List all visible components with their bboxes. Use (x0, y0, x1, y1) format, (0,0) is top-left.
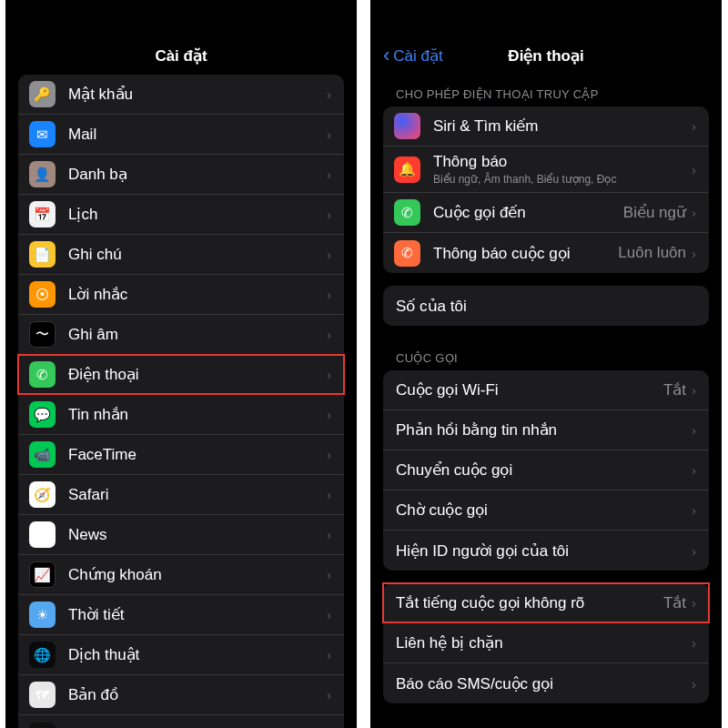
row-label: Cuộc gọi Wi-Fi (396, 380, 663, 399)
safari-icon: 🧭 (29, 481, 56, 508)
news-icon: 𝐍 (29, 521, 56, 548)
row-weather[interactable]: ☀︎Thời tiết› (18, 595, 344, 635)
right-screen: ‹ Cài đặt Điện thoại CHO PHÉP ĐIỆN THOẠI… (370, 0, 722, 728)
announce-calls-icon: ✆ (394, 240, 420, 267)
row-calendar[interactable]: 📅Lịch› (18, 195, 344, 235)
row-sublabel: Biểu ngữ, Âm thanh, Biểu tượng, Đọc (433, 173, 692, 186)
row-notifications[interactable]: 🔔Thông báoBiểu ngữ, Âm thanh, Biểu tượng… (383, 147, 709, 193)
row-safari[interactable]: 🧭Safari› (18, 475, 344, 515)
row-messages[interactable]: 💬Tin nhắn› (18, 395, 344, 435)
navbar-phone: ‹ Cài đặt Điện thoại (370, 36, 722, 75)
row-label: Danh bạ (68, 165, 327, 184)
row-label: Mail (68, 126, 327, 144)
incoming-calls-icon: ✆ (394, 199, 420, 226)
row-respond-text[interactable]: Phản hồi bằng tin nhắn› (383, 410, 709, 450)
row-translate[interactable]: 🌐Dịch thuật› (18, 635, 344, 675)
chevron-right-icon: › (327, 647, 331, 662)
chevron-right-icon: › (692, 205, 696, 220)
row-announce-calls[interactable]: ✆Thông báo cuộc gọiLuôn luôn› (383, 233, 709, 273)
mail-icon: ✉︎ (29, 121, 56, 147)
row-sms-reporting[interactable]: Báo cáo SMS/cuộc gọi› (383, 663, 709, 703)
row-blocked-contacts[interactable]: Liên hệ bị chặn› (383, 623, 709, 663)
row-label: FaceTime (68, 446, 327, 464)
row-label: Phản hồi bằng tin nhắn (396, 420, 692, 440)
row-maps[interactable]: 🗺Bản đồ› (18, 675, 344, 715)
chevron-right-icon: › (327, 527, 331, 542)
chevron-right-icon: › (692, 502, 696, 518)
status-bar (370, 0, 722, 36)
contacts-icon: 👤 (29, 161, 56, 187)
chevron-right-icon: › (327, 86, 331, 102)
notes-icon: 📄 (29, 241, 56, 268)
row-label: Lời nhắc (68, 285, 327, 304)
row-stocks[interactable]: 📈Chứng khoán› (18, 555, 344, 595)
row-notes[interactable]: 📄Ghi chú› (18, 235, 344, 275)
row-call-waiting[interactable]: Chờ cuộc gọi› (383, 490, 709, 531)
row-incoming-calls[interactable]: ✆Cuộc gọi đếnBiểu ngữ› (383, 193, 709, 233)
row-compass[interactable]: ✳︎La bàn› (18, 715, 344, 728)
row-label: Ghi âm (68, 326, 327, 344)
row-passwords[interactable]: 🔑Mật khẩu› (18, 75, 344, 115)
row-label: Báo cáo SMS/cuộc gọi (396, 674, 692, 693)
row-phone[interactable]: ✆Điện thoại› (18, 355, 344, 395)
section-calls-label: CUỘC GỌI (383, 339, 709, 370)
siri-icon (394, 113, 420, 139)
chevron-right-icon: › (327, 407, 331, 422)
row-mail[interactable]: ✉︎Mail› (18, 115, 344, 155)
row-my-number[interactable]: Số của tôi (383, 286, 709, 326)
calendar-icon: 📅 (29, 201, 56, 228)
chevron-right-icon: › (327, 126, 331, 142)
reminders-icon: ⦿ (29, 281, 56, 308)
row-reminders[interactable]: ⦿Lời nhắc› (18, 275, 344, 315)
row-label: News (68, 526, 327, 544)
chevron-right-icon: › (327, 487, 331, 502)
stocks-icon: 📈 (29, 561, 56, 588)
chevron-right-icon: › (692, 543, 696, 559)
back-button[interactable]: ‹ Cài đặt (383, 46, 443, 66)
row-call-forwarding[interactable]: Chuyển cuộc gọi› (383, 450, 709, 490)
left-screen: Cài đặt 🔑Mật khẩu›✉︎Mail›👤Danh bạ›📅Lịch›… (5, 0, 357, 728)
page-title: Điện thoại (508, 46, 583, 66)
section-allow-label: CHO PHÉP ĐIỆN THOẠI TRUY CẬP (383, 75, 709, 106)
row-label: Cuộc gọi đến (433, 203, 623, 222)
row-label: Bản đồ (68, 685, 327, 704)
chevron-right-icon: › (692, 462, 696, 478)
row-label: Safari (68, 486, 327, 504)
row-contacts[interactable]: 👤Danh bạ› (18, 155, 344, 195)
phone-icon: ✆ (29, 361, 56, 388)
row-label: Tin nhắn (68, 405, 327, 424)
settings-list: 🔑Mật khẩu›✉︎Mail›👤Danh bạ›📅Lịch›📄Ghi chú… (5, 75, 357, 728)
row-label: Ghi chú (68, 246, 327, 264)
chevron-right-icon: › (692, 595, 696, 611)
row-value: Biểu ngữ (623, 203, 686, 222)
my-number-label: Số của tôi (396, 297, 696, 316)
row-caller-id[interactable]: Hiện ID người gọi của tôi› (383, 531, 709, 571)
row-silence-unknown[interactable]: Tắt tiếng cuộc gọi không rõTắt› (383, 583, 709, 623)
row-label: Lịch (68, 205, 327, 224)
chevron-right-icon: › (327, 247, 331, 262)
chevron-right-icon: › (692, 422, 696, 438)
chevron-right-icon: › (327, 167, 331, 182)
row-wifi-calling[interactable]: Cuộc gọi Wi-FiTắt› (383, 370, 709, 410)
row-label: Tắt tiếng cuộc gọi không rõ (396, 593, 663, 612)
chevron-right-icon: › (692, 635, 696, 651)
chevron-right-icon: › (327, 687, 331, 703)
row-voice-memos[interactable]: 〜Ghi âm› (18, 315, 344, 355)
row-label: Điện thoại (68, 365, 327, 384)
passwords-icon: 🔑 (29, 81, 56, 107)
row-label: Chuyển cuộc gọi (396, 460, 692, 480)
row-siri[interactable]: Siri & Tìm kiếm› (383, 106, 709, 147)
chevron-right-icon: › (692, 118, 696, 134)
row-facetime[interactable]: 📹FaceTime› (18, 435, 344, 475)
notifications-icon: 🔔 (394, 157, 420, 183)
row-value: Tắt (663, 593, 686, 612)
row-value: Tắt (663, 380, 686, 399)
chevron-right-icon: › (327, 447, 331, 462)
row-label: Thông báo cuộc gọi (433, 244, 618, 263)
facetime-icon: 📹 (29, 441, 56, 468)
row-label: Liên hệ bị chặn (396, 633, 692, 652)
chevron-right-icon: › (692, 382, 696, 398)
row-news[interactable]: 𝐍News› (18, 515, 344, 555)
chevron-right-icon: › (692, 162, 696, 177)
chevron-right-icon: › (327, 607, 331, 622)
